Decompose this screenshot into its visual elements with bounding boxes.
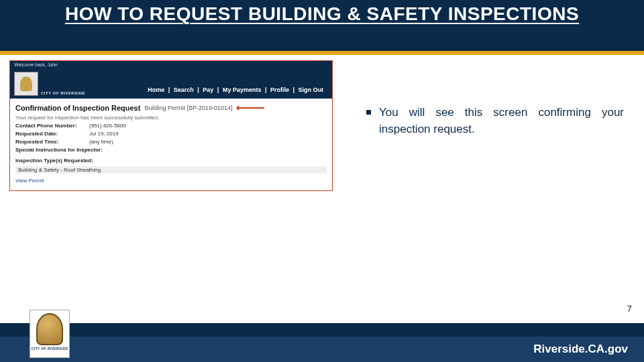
label-date: Requested Date: [15,130,89,138]
value-date: Jul 19, 2019 [89,130,119,138]
nav-home[interactable]: Home [146,86,166,93]
row-instructions: Special Instructions for Inspector: [15,146,327,154]
bell-icon [36,313,63,345]
bullet-text: You will see this screen confirming your… [379,105,624,137]
nav-profile[interactable]: Profile [268,86,291,93]
footer-bar: Riverside.CA.gov [0,337,644,362]
screenshot-brand: CITY OF RIVERSIDE [41,91,85,96]
bullet-item: You will see this screen confirming your… [366,105,624,137]
footer-url: Riverside.CA.gov [533,343,628,356]
page-number: 7 [627,304,632,314]
bell-icon [14,72,38,96]
label-time: Requested Time: [15,138,89,146]
arrow-icon [237,107,264,109]
screenshot-heading-sub: Building Permit [BP-2019-01014] [144,105,232,111]
screenshot-heading-row: Confirmation of Inspection Request Build… [15,104,327,112]
screenshot-topbar: Welcome back, John [10,61,332,69]
screenshot-success-note: Your request for inspection has been suc… [15,115,327,121]
nav-search[interactable]: Search [172,86,196,93]
slide-content: Welcome back, John CITY OF RIVERSIDE Hom… [0,58,644,315]
screenshot-wrap: Welcome back, John CITY OF RIVERSIDE Hom… [0,58,350,315]
nav-my-payments[interactable]: My Payments [221,86,264,93]
slide-footer: Riverside.CA.gov [0,323,644,362]
bullet-column: You will see this screen confirming your… [350,58,644,315]
view-permit-link[interactable]: View Permit [15,178,327,184]
label-instructions: Special Instructions for Inspector: [15,146,123,154]
inspection-type-value: Building & Safety - Roof Sheathing [15,166,327,174]
label-type: Inspection Type(s) Requested: [15,157,123,165]
confirmation-screenshot: Welcome back, John CITY OF RIVERSIDE Hom… [9,60,333,191]
row-time: Requested Time: (any time) [15,138,327,146]
row-type-label: Inspection Type(s) Requested: [15,157,327,165]
screenshot-nav: CITY OF RIVERSIDE Home | Search | Pay | … [10,69,332,99]
nav-pay[interactable]: Pay [201,86,215,93]
footer-logo: CITY OF RIVERSIDE [30,310,70,358]
screenshot-nav-links: Home | Search | Pay | My Payments | Prof… [146,86,332,96]
value-time: (any time) [89,138,113,146]
slide-title: HOW TO REQUEST BUILDING & SAFETY INSPECT… [0,0,644,25]
row-date: Requested Date: Jul 19, 2019 [15,130,327,138]
screenshot-body: Confirmation of Inspection Request Build… [10,99,332,190]
nav-sign-out[interactable]: Sign Out [297,86,326,93]
label-phone: Contact Phone Number: [15,122,89,130]
slide-title-bar: HOW TO REQUEST BUILDING & SAFETY INSPECT… [0,0,644,55]
footer-brand-text: CITY OF RIVERSIDE [32,347,68,351]
row-phone: Contact Phone Number: (951) 826-5800 [15,122,327,130]
screenshot-heading: Confirmation of Inspection Request [15,104,140,112]
value-phone: (951) 826-5800 [89,122,126,130]
square-bullet-icon [366,110,371,115]
